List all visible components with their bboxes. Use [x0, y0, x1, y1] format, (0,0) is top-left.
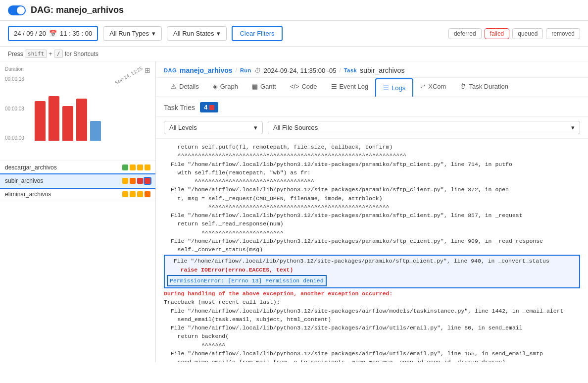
log-level-select[interactable]: All Levels ▾ [164, 121, 263, 134]
badge-queued: queued [512, 28, 543, 39]
tab-task-duration[interactable]: ⏱ Task Duration [453, 78, 515, 97]
task-row-eliminar[interactable]: eliminar_archivos [0, 188, 155, 201]
red-square-icon [209, 105, 214, 110]
task-dots-subir [122, 178, 150, 184]
bar-4 [76, 99, 87, 141]
main-layout: ⊞ Duration Sep 24, 11:25 00:00:16 00:00:… [0, 61, 588, 362]
gantt-icon: ▦ [252, 83, 258, 90]
log-line: return self.putfo(fl, remotepath, file_s… [164, 143, 580, 151]
task-tries-label: Task Tries [164, 104, 195, 111]
dot-o-e1 [145, 191, 150, 197]
log-line: send_mime_email(e_from=mail_from, e_to=r… [164, 358, 580, 362]
log-line: send_email(task.email, subject, html_con… [164, 315, 580, 324]
dot-y1 [122, 178, 128, 184]
dot-y-e3 [137, 191, 143, 197]
date-label: Sep 24, 11:25 [114, 65, 143, 86]
log-line: self._convert_status(msg) [164, 245, 580, 254]
tab-code[interactable]: </> Code [283, 78, 324, 97]
shortcut-bar: Press shift + / for Shortcuts [0, 47, 588, 61]
log-line-permission-error: PermissionError: [Errno 13] Permission d… [170, 277, 324, 284]
time-value: 11 : 35 : 00 [60, 30, 92, 37]
xcom-icon: ⇌ [420, 83, 426, 90]
task-row-subir[interactable]: subir_archivos [0, 174, 155, 188]
dot-r-selected [145, 178, 150, 184]
y-axis-labels: 00:00:16 00:00:08 00:00:00 [5, 76, 24, 141]
log-line: ^^^^^^^^^^^^^^^^^^^^^^^^^^^^^^^^^^^ [164, 177, 580, 185]
content-panel: DAG manejo_arhivos / Run ⏱ 2024-09-24, 1… [156, 61, 588, 362]
badge-removed: removed [546, 28, 580, 39]
breadcrumb-task-label: Task [344, 67, 357, 73]
tab-details[interactable]: ⚠ Details [164, 78, 206, 97]
tab-xcom[interactable]: ⇌ XCom [413, 78, 453, 97]
log-line: File "/home/airflow/.local/lib/python3.1… [164, 160, 580, 168]
chevron-down-icon: ▾ [152, 30, 155, 37]
dag-title: DAG: manejo_arhivos [31, 5, 124, 15]
status-badges: deferred failed queued removed [448, 28, 580, 39]
permission-error-wrapper: PermissionError: [Errno 13] Permission d… [167, 275, 327, 286]
graph-area: ⊞ Duration Sep 24, 11:25 00:00:16 00:00:… [0, 61, 155, 161]
bar-5 [90, 121, 101, 141]
dot-y-e2 [130, 191, 136, 197]
log-line: File "/home/airflow/.local/lib/python3.1… [164, 349, 580, 358]
dot-y-e1 [122, 191, 128, 197]
filter-bar: 24 / 09 / 20 📅 11 : 35 : 00 All Run Type… [0, 21, 588, 47]
chevron-down-icon: ▾ [254, 124, 257, 131]
log-line: t, msg = self._request(CMD_OPEN, filenam… [164, 194, 580, 203]
try-badge[interactable]: 4 [200, 102, 218, 112]
task-dots-eliminar [122, 191, 150, 197]
log-line-raise: raise IOError(errno.EACCES, text) [167, 266, 577, 274]
chevron-down-icon: ▾ [217, 30, 220, 37]
task-name-descargar: descargar_archivos [5, 164, 122, 171]
log-line: ^^^^^^^^^^^^^^^^^^^^^^^^ [164, 228, 580, 237]
clear-filters-button[interactable]: Clear Filters [232, 26, 282, 41]
badge-failed: failed [485, 28, 510, 39]
log-line-convert-status: File "/home/airflow/.local/lib/python3.1… [167, 257, 577, 265]
log-line: ^^^^^^^^^^^^^^^^^^^^^^^^^^^^^^^^^^^^^^^^… [164, 151, 580, 160]
run-states-select[interactable]: All Run States ▾ [167, 26, 227, 41]
clock-icon: ⏱ [254, 67, 261, 74]
expand-icon[interactable]: ⊞ [145, 66, 150, 74]
dag-toggle[interactable] [8, 5, 26, 15]
dot-green [122, 164, 128, 170]
top-header: DAG: manejo_arhivos [0, 0, 588, 21]
log-line-during-error: During handling of the above exception, … [164, 289, 580, 298]
task-list: descargar_archivos subir_archivos [0, 161, 155, 201]
run-types-select[interactable]: All Run Types ▾ [103, 26, 162, 41]
task-tries-section: Task Tries 4 [156, 97, 588, 117]
date-value: 24 / 09 / 20 [14, 30, 46, 37]
eventlog-icon: ☰ [331, 83, 337, 90]
bar-1 [35, 101, 46, 141]
log-source-select[interactable]: All File Sources ▾ [268, 121, 580, 134]
task-name-eliminar: eliminar_archivos [5, 191, 122, 198]
tab-gantt[interactable]: ▦ Gantt [245, 78, 283, 97]
bar-3 [62, 106, 73, 141]
breadcrumb-dag-value: manejo_arhivos [180, 66, 233, 74]
bar-2 [49, 96, 59, 141]
tab-graph[interactable]: ◈ Graph [206, 78, 245, 97]
breadcrumb-run-value: 2024-09-24, 11:35:00 -05 [264, 67, 337, 74]
log-error-block: File "/home/airflow/.local/lib/python3.1… [164, 255, 580, 288]
log-line: Traceback (most recent call last): [164, 298, 580, 306]
breadcrumb-task-value: subir_archivos [360, 66, 404, 74]
tab-logs[interactable]: ☰ Logs [375, 78, 413, 97]
log-line: File "/home/airflow/.local/lib/python3.1… [164, 237, 580, 245]
task-row-descargar[interactable]: descargar_archivos [0, 161, 155, 174]
dot-yellow-1 [130, 164, 136, 170]
breadcrumb-dag-label: DAG [164, 67, 177, 73]
log-line: return self._read_response(num) [164, 219, 580, 228]
tab-event-log[interactable]: ☰ Event Log [324, 78, 376, 97]
dot-yellow-2 [137, 164, 143, 170]
calendar-icon: 📅 [49, 30, 57, 37]
date-input[interactable]: 24 / 09 / 20 📅 11 : 35 : 00 [8, 26, 98, 41]
breadcrumb: DAG manejo_arhivos / Run ⏱ 2024-09-24, 1… [156, 61, 588, 78]
log-line: File "/home/airflow/.local/lib/python3.1… [164, 324, 580, 332]
warning-icon: ⚠ [171, 83, 177, 90]
log-content[interactable]: return self.putfo(fl, remotepath, file_s… [156, 139, 588, 362]
graph-icon: ◈ [213, 83, 218, 90]
log-line: File "/home/airflow/.local/lib/python3.1… [164, 307, 580, 315]
task-duration-icon: ⏱ [460, 83, 466, 90]
code-icon: </> [290, 83, 299, 90]
duration-label: Duration [5, 66, 24, 72]
log-controls: All Levels ▾ All File Sources ▾ [156, 117, 588, 139]
log-line: File "/home/airflow/.local/lib/python3.1… [164, 211, 580, 219]
